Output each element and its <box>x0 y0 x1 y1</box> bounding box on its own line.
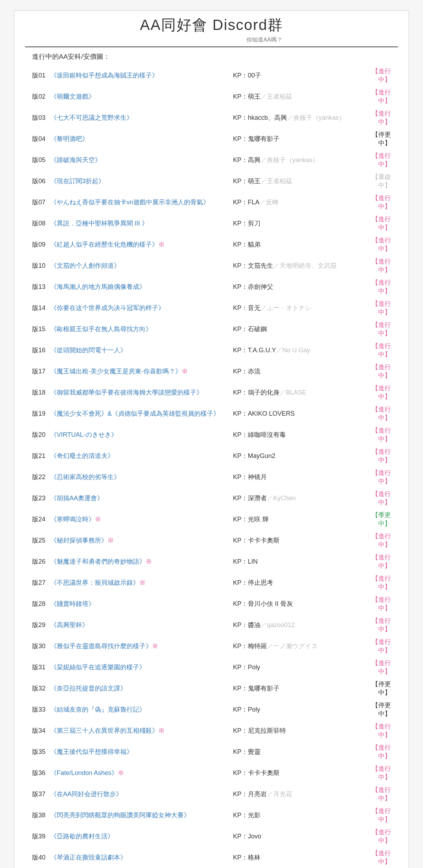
thread-link[interactable]: 《Fate/London Ashes》 <box>50 769 118 776</box>
kp-name: 高興 <box>248 156 260 163</box>
row-title-cell: 《Fate/London Ashes》※ <box>50 762 232 783</box>
thread-link[interactable]: 《魔王後代似乎想獲得幸福》 <box>50 748 133 755</box>
thread-link[interactable]: 《第三屆三十人在異世界的互相殘殺》 <box>50 727 158 734</box>
kp-name: FLA <box>248 199 259 206</box>
row-title-cell: 《高興聖杯》 <box>50 614 232 636</box>
thread-link[interactable]: 《VIRTUAL-のきせき》 <box>50 431 117 438</box>
row-title-cell: 《やんねえ香似乎要在抽卡vn遊戲中展示非洲人的骨氣》 <box>50 192 232 213</box>
table-row: 版01《坂田銀時似乎想成為海賊王的樣子》KP：00子【進行中】 <box>25 65 398 86</box>
thread-link[interactable]: 《坂田銀時似乎想成為海賊王的樣子》 <box>50 72 158 79</box>
kp-name: 月亮岩 <box>248 790 267 798</box>
thread-link[interactable]: 《閃亮亮到閃瞎觀眾的狗眼讚美阿庫婭女神大賽》 <box>50 812 190 819</box>
table-row: 版40《琴酒正在撕毀童話劇本》KP：格林【進行中】 <box>25 847 398 868</box>
thread-link[interactable]: 《奇幻廢土的清道夫》 <box>50 452 114 459</box>
kp-prefix: KP： <box>233 178 248 185</box>
thread-link[interactable]: 《海馬瀨人的地方馬娘偶像養成》 <box>50 283 146 290</box>
table-row: 版26《魅魔達子和勇者們的奇妙物語》※KP：LIN【進行中】 <box>25 551 398 572</box>
thread-link[interactable]: 《在AA同好会进行散步》 <box>50 790 122 798</box>
kp-name: 鬼哪有影子 <box>248 135 280 142</box>
thread-link[interactable]: 《高興聖杯》 <box>50 621 88 628</box>
thread-link[interactable]: 《從頭開始的閃電十一人》 <box>50 347 127 354</box>
thread-link[interactable]: 《紅超人似乎在經歷生化危機的樣子》 <box>50 241 158 248</box>
thread-link[interactable]: 《魅魔達子和勇者們的奇妙物語》 <box>50 558 146 565</box>
table-row: 版07《やんねえ香似乎要在抽卡vn遊戲中展示非洲人的骨氣》KP：FLA／反轉【進… <box>25 192 398 213</box>
row-status: 【進行中】 <box>359 361 398 382</box>
row-status: 【進行中】 <box>359 213 398 234</box>
thread-link[interactable]: 《雅似乎在靈盡島尋找什麼的樣子》 <box>50 643 152 650</box>
row-title-cell: 《從頭開始的閃電十一人》 <box>50 340 232 361</box>
thread-link[interactable]: 《やんねえ香似乎要在抽卡vn遊戲中展示非洲人的骨氣》 <box>50 199 209 206</box>
row-version: 版18 <box>25 382 50 403</box>
row-version: 版08 <box>25 213 50 234</box>
thread-link[interactable]: 《栞妮絲似乎在追逐樂園的樣子》 <box>50 664 146 671</box>
thread-link[interactable]: 《不思議世界：寵貝城啟示錄》 <box>50 579 139 586</box>
thread-link[interactable]: 《七大不可思議之荒野求生》 <box>50 114 133 121</box>
thread-link[interactable]: 《文茄的个人創作頻道》 <box>50 262 120 269</box>
kp-name: 格林 <box>248 854 260 861</box>
row-status: 【進行中】 <box>359 720 398 741</box>
row-status: 【進行中】 <box>359 276 398 297</box>
row-kp-cell: KP：赤劍伸父 <box>232 276 359 297</box>
kp-name: 文茄先生 <box>248 262 273 269</box>
row-kp-cell: KP：覺靈 <box>232 741 359 762</box>
thread-list: 版01《坂田銀時似乎想成為海賊王的樣子》KP：00子【進行中】版02《萌爾文遊戲… <box>25 65 398 868</box>
kp-name: 卡卡卡奧斯 <box>248 769 280 776</box>
row-title-cell: 《魔王城出租-美少女魔王是房東-你喜歡嗎？》※ <box>50 361 232 382</box>
thread-link[interactable]: 《魔王城出租-美少女魔王是房東-你喜歡嗎？》 <box>50 368 182 375</box>
thread-link[interactable]: 《寒蟬鳴泣時》 <box>50 516 95 523</box>
thread-link[interactable]: 《萌爾文遊戲》 <box>50 93 95 100</box>
r18-mark: ※ <box>95 516 101 523</box>
row-kp-cell: KP：鬼哪有影子 <box>232 128 359 149</box>
thread-link[interactable]: 《結城友奈的『偽』克蘇魯行記》 <box>50 706 146 713</box>
table-row: 版13《海馬瀨人的地方馬娘偶像養成》KP：赤劍伸父【進行中】 <box>25 276 398 297</box>
row-kp-cell: KP：光影 <box>232 805 359 826</box>
thread-link[interactable]: 《忍術家高校的劣等生》 <box>50 473 120 480</box>
row-kp-cell: KP：月亮岩／月光花 <box>232 783 359 805</box>
kp-name: 剪刀 <box>248 220 260 227</box>
row-status: 【停更中】 <box>359 699 398 720</box>
thread-link[interactable]: 《異説．亞種中聖杯戰爭異聞 III 》 <box>50 220 148 227</box>
row-version: 版36 <box>25 762 50 783</box>
row-kp-cell: KP：尼克拉斯菲特 <box>232 720 359 741</box>
row-version: 版14 <box>25 297 50 318</box>
thread-link[interactable]: 《奈亞拉托提普的語文課》 <box>50 685 127 692</box>
thread-link[interactable]: 《琴酒正在撕毀童話劇本》 <box>50 854 127 861</box>
thread-link[interactable]: 《黎明酒吧》 <box>50 135 88 142</box>
thread-link[interactable]: 《賤賣時鐘塔》 <box>50 600 95 607</box>
row-version: 版03 <box>25 107 50 128</box>
kp-extra: ／一ノ瀨ウグイス <box>267 643 318 650</box>
thread-link[interactable]: 《踏破海與天空》 <box>50 156 101 163</box>
table-row: 版18《御留我威都華似乎要在彼得海姆大學談戀愛的樣子》KP：鴿子的化身／BLAS… <box>25 382 398 403</box>
row-status: 【進行中】 <box>359 762 398 783</box>
row-kp-cell: KP：文茄先生／天地明絶寺、文武茄 <box>232 255 359 276</box>
row-title-cell: 《御留我威都華似乎要在彼得海姆大學談戀愛的樣子》 <box>50 382 232 403</box>
row-kp-cell: KP：00子 <box>232 65 359 86</box>
row-kp-cell: KP：Poly <box>232 657 359 678</box>
row-status: 【停更中】 <box>359 678 398 699</box>
thread-link[interactable]: 《你要在这个世界成为决斗冠军的样子》 <box>50 304 165 311</box>
table-row: 版30《雅似乎在靈盡島尋找什麼的樣子》※KP：梅特羅／一ノ瀨ウグイス【進行中】 <box>25 636 398 657</box>
kp-prefix: KP： <box>233 389 248 396</box>
row-title-cell: 《秘封探偵事務所》※ <box>50 530 232 551</box>
table-row: 版27《不思議世界：寵貝城啟示錄》※KP：停止思考【進行中】 <box>25 572 398 593</box>
thread-link[interactable]: 《御留我威都華似乎要在彼得海姆大學談戀愛的樣子》 <box>50 389 203 396</box>
row-status: 【進行中】 <box>359 847 398 868</box>
row-version: 版02 <box>25 86 50 107</box>
row-kp-cell: KP：鬼哪有影子 <box>232 678 359 699</box>
thread-link[interactable]: 《秘封探偵事務所》 <box>50 537 108 544</box>
row-status: 【進行中】 <box>359 636 398 657</box>
thread-link[interactable]: 《胡搞AA奧運會》 <box>50 495 103 502</box>
row-version: 版34 <box>25 720 50 741</box>
row-kp-cell: KP：Poly <box>232 699 359 720</box>
kp-prefix: KP： <box>233 748 248 755</box>
kp-prefix: KP： <box>233 537 248 544</box>
table-row: 版34《第三屆三十人在異世界的互相殘殺》※KP：尼克拉斯菲特【進行中】 <box>25 720 398 741</box>
thread-link[interactable]: 《魔法少女不會死》&《貞德似乎要成為英雄監視員的樣子》 <box>50 410 220 417</box>
kp-prefix: KP： <box>233 600 248 607</box>
r18-mark: ※ <box>182 368 188 375</box>
kp-prefix: KP： <box>233 326 248 333</box>
thread-link[interactable]: 《亞路歇的農村生活》 <box>50 833 114 840</box>
kp-name: 停止思考 <box>248 579 273 586</box>
thread-link[interactable]: 《歐根親王似乎在無人島尋找方向》 <box>50 326 152 333</box>
thread-link[interactable]: 《現在訂閱3折起》 <box>50 178 105 185</box>
